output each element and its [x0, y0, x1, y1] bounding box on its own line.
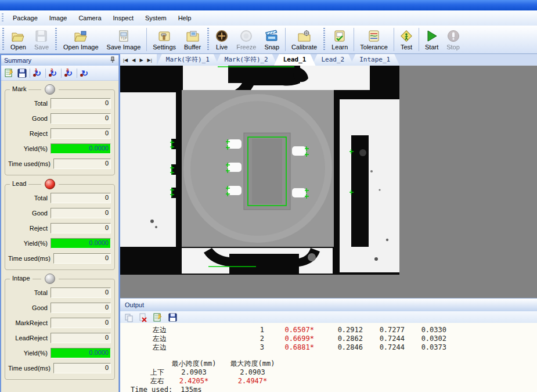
- save-button[interactable]: Save: [30, 26, 53, 53]
- field-label: MarkReject: [15, 319, 48, 326]
- intape-good-value: 0: [51, 303, 111, 313]
- settings-label: Settings: [153, 44, 176, 51]
- learn-button[interactable]: Learn: [327, 26, 352, 53]
- mark-reject-value: 0: [51, 128, 111, 139]
- row-index: 2: [167, 335, 264, 343]
- tab-mark-2[interactable]: Mark(字符)_2: [215, 54, 277, 66]
- stop-button[interactable]: Stop: [442, 26, 464, 53]
- export-output-icon[interactable]: [152, 312, 164, 323]
- first-tab-icon[interactable]: |◀: [123, 57, 128, 63]
- save-image-button[interactable]: TIF Save Image: [103, 26, 145, 53]
- image-viewport: [120, 66, 537, 298]
- open-button[interactable]: Open: [6, 26, 30, 53]
- last-tab-icon[interactable]: ▶|: [147, 57, 152, 63]
- clear-output-icon[interactable]: [138, 312, 149, 323]
- inspection-tab-bar: |◀ ◀ ▶ ▶| Mark(字符)_1 Mark(字符)_2 Lead_1 L…: [120, 54, 537, 66]
- counter-digit: 1: [35, 67, 37, 73]
- tab-lead-1[interactable]: Lead_1: [274, 54, 316, 66]
- save-summary-icon[interactable]: [16, 67, 28, 79]
- start-button[interactable]: Start: [421, 26, 442, 53]
- live-label: Live: [216, 44, 228, 51]
- summary-body: Mark Total0 Good0 Reject0 Yield(%)0.0000…: [1, 81, 118, 392]
- span-min-alarm: 2.4205*: [164, 377, 224, 386]
- reset-counter-3-icon[interactable]: ↻3: [63, 67, 75, 79]
- menu-system[interactable]: System: [139, 13, 172, 23]
- dot-glyph: [64, 74, 67, 77]
- freeze-button[interactable]: Freeze: [232, 26, 260, 53]
- test-label: Test: [401, 44, 412, 51]
- calibrate-button[interactable]: Calibrate: [287, 26, 321, 53]
- span-row: 上下2.09032.0903: [129, 368, 537, 377]
- toolbar-grip-handle[interactable]: [2, 28, 4, 51]
- tolerance-button[interactable]: Tolerance: [356, 26, 392, 53]
- intape-time-value: 0: [53, 363, 111, 373]
- test-icon: [400, 28, 413, 43]
- save-output-icon[interactable]: [167, 312, 178, 323]
- menu-camera[interactable]: Camera: [73, 13, 107, 23]
- span-label: 上下: [129, 368, 164, 377]
- menu-package[interactable]: Package: [7, 13, 44, 23]
- field-label: Time used(ms): [8, 255, 51, 262]
- snap-button[interactable]: Snap: [260, 26, 283, 53]
- field-label: Good: [32, 304, 48, 311]
- output-log: 左边10.6507*0.29120.72770.0330 左边20.6699*0…: [120, 323, 537, 392]
- lead-total-value: 0: [51, 193, 111, 203]
- menu-inspect[interactable]: Inspect: [107, 13, 139, 23]
- toolbar-grip-handle[interactable]: [207, 28, 209, 51]
- menu-image[interactable]: Image: [44, 13, 73, 23]
- intape-status-led: [45, 274, 55, 284]
- min-span-header: 最小跨度(mm): [164, 359, 224, 368]
- export-report-icon[interactable]: [3, 67, 16, 79]
- row-index: 1: [167, 326, 264, 335]
- buffer-button[interactable]: Buffer: [180, 26, 205, 53]
- settings-button[interactable]: Settings: [149, 26, 180, 53]
- summary-panel-header: Summary: [1, 55, 118, 66]
- next-tab-icon[interactable]: ▶: [139, 57, 143, 63]
- summary-toolbar-separator: [30, 69, 30, 78]
- tab-intape-1[interactable]: Intape_1: [350, 54, 399, 66]
- span-max: 2.0903: [224, 368, 282, 377]
- field-label: Good: [32, 210, 48, 217]
- toolbar-grip-handle[interactable]: [323, 28, 325, 51]
- settings-icon: [158, 28, 171, 43]
- lead-yield-value: 0.0000: [51, 238, 111, 249]
- tab-mark-1[interactable]: Mark(字符)_1: [157, 54, 219, 66]
- main-toolbar: Open Save Open Image TIF Save Image Sett…: [0, 26, 537, 54]
- field-label: Time used(ms): [8, 365, 51, 372]
- field-label: Good: [32, 115, 48, 122]
- time-used-value: 135ms: [181, 386, 201, 392]
- toolbar-grip-handle[interactable]: [55, 28, 57, 51]
- field-label: Reject: [30, 130, 48, 137]
- menubar-grip-handle[interactable]: [2, 13, 3, 23]
- prev-tab-icon[interactable]: ◀: [132, 57, 135, 63]
- workspace: |◀ ◀ ▶ ▶| Mark(字符)_1 Mark(字符)_2 Lead_1 L…: [120, 54, 537, 392]
- reset-counter-2-icon[interactable]: ↻2: [47, 67, 60, 79]
- test-button[interactable]: Test: [396, 26, 417, 53]
- dot-glyph: [80, 74, 83, 77]
- menu-help[interactable]: Help: [172, 13, 197, 23]
- open-image-icon: [74, 28, 88, 43]
- calibrate-label: Calibrate: [291, 44, 317, 51]
- tab-lead-2[interactable]: Lead_2: [312, 54, 354, 66]
- save-icon: [35, 28, 47, 43]
- value-alarm: 0.6507*: [264, 326, 314, 335]
- dot-glyph: [33, 74, 36, 77]
- toolbar-separator: [285, 28, 286, 51]
- reset-counter-1-icon[interactable]: ↻1: [31, 67, 44, 79]
- intape-group: Intape Total0 Good0 MarkReject0 LeadReje…: [5, 279, 115, 380]
- copy-icon[interactable]: [123, 312, 135, 323]
- mark-time-value: 0: [53, 159, 111, 169]
- pin-icon[interactable]: [110, 56, 116, 64]
- measurement-row: 左边30.6881*0.28460.72440.0373: [129, 343, 537, 352]
- value: 0.2912: [314, 326, 363, 335]
- field-label: Time used(ms): [8, 160, 51, 167]
- summary-title: Summary: [4, 57, 31, 64]
- open-image-button[interactable]: Open Image: [59, 26, 103, 53]
- max-span-header: 最大跨度(mm): [224, 359, 282, 368]
- intape-yield-value: 0.0000: [51, 348, 111, 358]
- reset-all-counters-icon[interactable]: ↻: [78, 67, 91, 79]
- snap-clapper-icon: [265, 28, 279, 43]
- edge-label: 左边: [129, 326, 167, 335]
- live-button[interactable]: Live: [211, 26, 232, 53]
- mark-status-led: [45, 84, 55, 95]
